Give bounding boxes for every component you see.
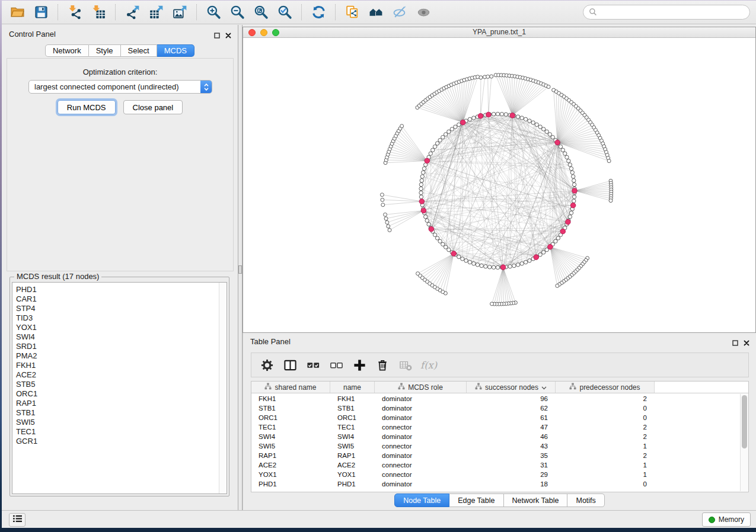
open-file-button[interactable] xyxy=(7,3,28,22)
toolbar-icon-group xyxy=(5,3,435,22)
export-image-icon xyxy=(173,5,187,20)
float-icon[interactable] xyxy=(214,30,220,41)
mcds-result-item[interactable]: PMA2 xyxy=(16,351,227,361)
table-row[interactable]: SWI4SWI4dominator462 xyxy=(251,432,740,441)
export-image-button[interactable] xyxy=(169,3,190,22)
mcds-result-item[interactable]: FKH1 xyxy=(16,361,227,370)
import-network-button[interactable] xyxy=(64,3,85,22)
delete-column-button[interactable] xyxy=(374,357,391,373)
column-header-successor-nodes[interactable]: successor nodes xyxy=(467,382,556,393)
mcds-result-item[interactable]: SRD1 xyxy=(16,342,227,351)
network-graph[interactable] xyxy=(243,38,755,332)
column-header-name[interactable]: name xyxy=(330,382,375,393)
console-button[interactable] xyxy=(9,513,25,527)
mcds-result-item[interactable]: TID3 xyxy=(16,313,227,323)
zoom-in-icon xyxy=(206,5,221,20)
mcds-result-item[interactable]: STB1 xyxy=(16,408,227,418)
mcds-result-item[interactable]: SWI5 xyxy=(16,418,227,427)
zoom-out-button[interactable] xyxy=(227,3,248,22)
zoom-fit-button[interactable] xyxy=(250,3,272,22)
network-window-titlebar[interactable]: YPA_prune.txt_1 xyxy=(243,27,755,38)
tab-motifs[interactable]: Motifs xyxy=(567,493,604,507)
table-row[interactable]: YOX1YOX1connector291 xyxy=(251,470,740,479)
table-row[interactable]: ACE2ACE2connector311 xyxy=(251,460,740,470)
panel-splitter[interactable] xyxy=(238,25,243,510)
mcds-result-item[interactable]: CAR1 xyxy=(16,294,227,304)
control-panel-window-controls xyxy=(214,30,231,41)
table-row[interactable]: RAP1RAP1dominator352 xyxy=(251,451,740,460)
mcds-result-item[interactable]: PHD1 xyxy=(16,285,227,294)
column-header-predecessor-nodes[interactable]: predecessor nodes xyxy=(556,382,655,393)
add-column-icon xyxy=(353,358,366,372)
tab-style[interactable]: Style xyxy=(89,44,121,57)
toolbar-separator xyxy=(196,4,197,20)
run-mcds-button[interactable]: Run MCDS xyxy=(58,100,116,114)
close-icon[interactable] xyxy=(744,338,749,348)
tab-mcds[interactable]: MCDS xyxy=(157,44,194,57)
mcds-result-item[interactable]: RAP1 xyxy=(16,399,227,408)
mcds-result-item[interactable]: STP4 xyxy=(16,304,227,313)
close-window-icon[interactable] xyxy=(248,29,256,36)
export-table-button[interactable] xyxy=(145,3,167,22)
splitter-handle[interactable] xyxy=(238,265,242,274)
table-row[interactable]: TEC1TEC1connector472 xyxy=(251,422,740,432)
tab-network[interactable]: Network xyxy=(45,44,89,57)
minimize-window-icon[interactable] xyxy=(260,29,267,36)
mcds-result-item[interactable]: ACE2 xyxy=(16,370,227,380)
memory-button[interactable]: Memory xyxy=(702,512,751,527)
tab-edge-table[interactable]: Edge Table xyxy=(449,493,503,507)
deselect-all-button[interactable] xyxy=(328,357,344,373)
table-row[interactable]: ORC1ORC1dominator610 xyxy=(251,413,740,422)
close-icon[interactable] xyxy=(225,30,231,41)
refresh-layout-button[interactable] xyxy=(308,3,329,22)
close-panel-button[interactable]: Close panel xyxy=(123,100,183,114)
main-toolbar xyxy=(2,1,756,24)
network-canvas[interactable] xyxy=(243,38,755,332)
optimization-label: Optimization criterion: xyxy=(7,68,233,76)
tab-select[interactable]: Select xyxy=(121,44,157,57)
criterion-dropdown[interactable]: largest connected component (undirected) xyxy=(28,80,212,94)
export-network-button[interactable] xyxy=(122,3,143,22)
first-neighbors-button[interactable] xyxy=(365,3,387,22)
zoom-selected-button[interactable] xyxy=(274,3,295,22)
mcds-list-scrollbar[interactable] xyxy=(219,283,227,493)
cell-name: PHD1 xyxy=(330,480,375,488)
search-input[interactable] xyxy=(583,5,750,20)
column-browser-button[interactable] xyxy=(282,357,298,373)
table-scrollbar-thumb[interactable] xyxy=(742,395,747,448)
import-table-button[interactable] xyxy=(88,3,109,22)
mcds-result-item[interactable]: GCR1 xyxy=(16,437,227,446)
mcds-result-item[interactable]: YOX1 xyxy=(16,323,227,332)
cell-predecessor-nodes: 0 xyxy=(556,405,655,412)
column-header-mcds-role[interactable]: MCDS role xyxy=(375,382,467,393)
show-all-button[interactable] xyxy=(413,3,434,22)
column-header-shared-name[interactable]: shared name xyxy=(251,382,330,393)
table-panel-window-controls xyxy=(732,338,749,348)
mcds-result-item[interactable]: ORC1 xyxy=(16,389,227,399)
save-session-button[interactable] xyxy=(30,3,52,22)
select-all-button[interactable] xyxy=(305,357,321,373)
cell-predecessor-nodes: 1 xyxy=(556,443,655,450)
add-column-button[interactable] xyxy=(351,357,368,373)
table-row[interactable]: STB1STB1dominator620 xyxy=(251,403,740,413)
cell-shared-name: YOX1 xyxy=(251,471,330,478)
clone-network-button[interactable] xyxy=(342,3,363,22)
tab-node-table[interactable]: Node Table xyxy=(394,493,449,507)
table-row[interactable]: SWI5SWI5connector431 xyxy=(251,441,740,451)
tab-network-table[interactable]: Network Table xyxy=(504,493,568,507)
mcds-result-item[interactable]: TEC1 xyxy=(16,427,227,437)
table-settings-button[interactable] xyxy=(259,357,275,373)
zoom-in-button[interactable] xyxy=(203,3,224,22)
cell-shared-name: SWI4 xyxy=(251,433,330,440)
table-row[interactable]: FKH1FKH1dominator962 xyxy=(251,394,740,403)
mcds-result-item[interactable]: SWI4 xyxy=(16,332,227,342)
network-window-title: YPA_prune.txt_1 xyxy=(243,27,755,37)
zoom-out-icon xyxy=(230,5,245,20)
table-row[interactable]: PHD1PHD1dominator180 xyxy=(251,479,740,489)
float-icon[interactable] xyxy=(732,338,738,348)
hide-selected-button[interactable] xyxy=(389,3,410,22)
maximize-window-icon[interactable] xyxy=(272,29,279,36)
mcds-result-item[interactable]: STB5 xyxy=(16,380,227,389)
table-scrollbar[interactable] xyxy=(740,394,748,491)
table-settings-icon xyxy=(260,358,274,372)
